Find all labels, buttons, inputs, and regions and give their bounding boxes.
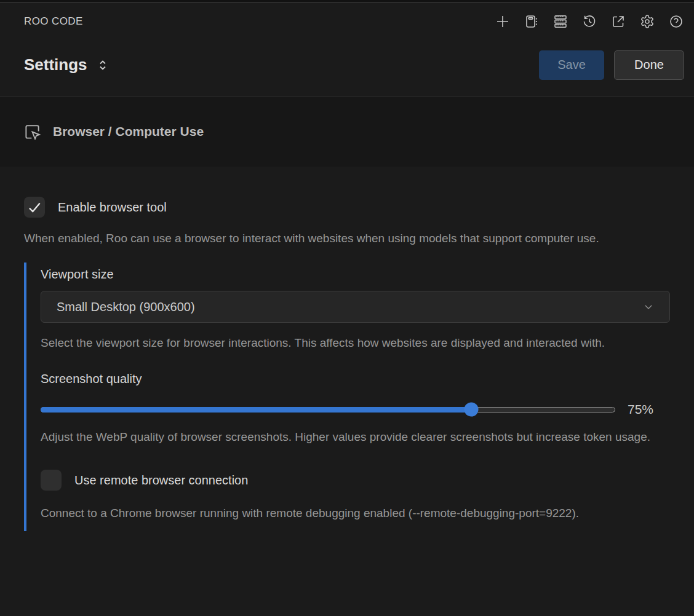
enable-browser-tool-label: Enable browser tool <box>58 200 167 215</box>
prompts-icon[interactable] <box>524 14 540 30</box>
remote-browser-label: Use remote browser connection <box>74 473 248 488</box>
screenshot-quality-slider[interactable] <box>41 407 615 413</box>
settings-title-wrap[interactable]: Settings <box>24 55 109 74</box>
settings-header: Settings Save Done <box>0 40 694 96</box>
section-header: Browser / Computer Use <box>0 97 694 167</box>
remote-browser-description: Connect to a Chrome browser running with… <box>41 503 662 524</box>
screenshot-quality-label: Screenshot quality <box>41 372 670 386</box>
help-icon[interactable] <box>668 14 684 30</box>
done-button[interactable]: Done <box>614 50 684 80</box>
mcp-servers-icon[interactable] <box>552 14 568 30</box>
titlebar-icons <box>495 14 684 30</box>
square-mouse-pointer-icon <box>24 124 41 140</box>
viewport-size-value: Small Desktop (900x600) <box>57 300 195 314</box>
viewport-size-description: Select the viewport size for browser int… <box>41 333 662 353</box>
screenshot-quality-description: Adjust the WebP quality of browser scree… <box>41 427 662 448</box>
history-icon[interactable] <box>581 14 597 30</box>
screenshot-quality-slider-thumb[interactable] <box>465 403 479 417</box>
enable-browser-tool-checkbox[interactable] <box>24 197 45 218</box>
enable-browser-tool-row: Enable browser tool <box>24 197 670 218</box>
page-title: Settings <box>24 55 87 74</box>
viewport-size-label: Viewport size <box>41 267 670 282</box>
browser-settings-group: Viewport size Small Desktop (900x600) Se… <box>24 263 670 531</box>
open-external-icon[interactable] <box>610 14 626 30</box>
remote-browser-row: Use remote browser connection <box>41 470 670 491</box>
settings-gear-icon[interactable] <box>639 14 655 30</box>
header-buttons: Save Done <box>539 50 684 80</box>
screenshot-quality-slider-row: 75% <box>41 402 670 417</box>
enable-browser-tool-description: When enabled, Roo can use a browser to i… <box>24 228 645 249</box>
chevron-down-icon <box>643 301 654 312</box>
screenshot-quality-value: 75% <box>628 402 653 417</box>
screenshot-quality-slider-fill <box>41 407 472 413</box>
settings-content: Enable browser tool When enabled, Roo ca… <box>0 167 694 531</box>
save-button[interactable]: Save <box>539 50 604 80</box>
remote-browser-checkbox[interactable] <box>41 470 62 491</box>
titlebar: ROO CODE <box>0 3 694 40</box>
plus-icon[interactable] <box>495 14 511 30</box>
chevron-updown-icon[interactable] <box>97 58 109 73</box>
viewport-size-select[interactable]: Small Desktop (900x600) <box>41 291 670 323</box>
topbar: ROO CODE <box>0 3 694 97</box>
app-title: ROO CODE <box>24 15 83 28</box>
section-title: Browser / Computer Use <box>53 124 204 139</box>
